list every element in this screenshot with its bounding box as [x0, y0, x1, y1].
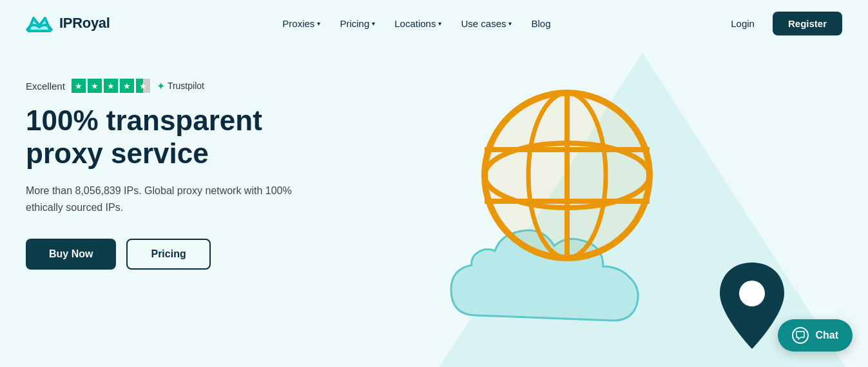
star-2: ★ [88, 79, 102, 93]
nav-pricing[interactable]: Pricing ▾ [332, 13, 383, 34]
chevron-down-icon: ▾ [317, 20, 320, 27]
trustpilot-label: Excellent [26, 81, 65, 92]
star-4: ★ [120, 79, 134, 93]
trustpilot-row: Excellent ★ ★ ★ ★ ★ ✦ Trustpilot [26, 79, 400, 93]
main-content: Excellent ★ ★ ★ ★ ★ ✦ Trustpilot 100% tr… [0, 46, 868, 367]
chevron-down-icon: ▾ [372, 20, 375, 27]
nav-use-cases[interactable]: Use cases ▾ [453, 13, 519, 34]
star-3: ★ [104, 79, 118, 93]
chat-label: Chat [815, 330, 838, 341]
buy-now-button[interactable]: Buy Now [26, 239, 116, 270]
star-half: ★ [136, 79, 150, 93]
chevron-down-icon: ▾ [508, 20, 512, 27]
hero-left: Excellent ★ ★ ★ ★ ★ ✦ Trustpilot 100% tr… [26, 72, 400, 270]
nav-locations[interactable]: Locations ▾ [387, 13, 449, 34]
nav-right: Login Register [723, 12, 842, 35]
login-button[interactable]: Login [723, 13, 762, 34]
star-1: ★ [72, 79, 86, 93]
trustpilot-star-icon: ✦ [157, 80, 165, 92]
hero-illustration [400, 72, 842, 367]
navbar: IPRoyal Proxies ▾ Pricing ▾ Locations ▾ … [0, 0, 868, 46]
hero-subtitle: More than 8,056,839 IPs. Global proxy ne… [26, 183, 322, 215]
cta-buttons: Buy Now Pricing [26, 239, 400, 270]
register-button[interactable]: Register [773, 12, 842, 35]
message-icon [796, 331, 805, 340]
nav-links: Proxies ▾ Pricing ▾ Locations ▾ Use case… [275, 13, 558, 34]
brand-name: IPRoyal [59, 15, 110, 32]
trustpilot-brand: ✦ Trustpilot [157, 80, 204, 92]
nav-blog[interactable]: Blog [523, 13, 558, 34]
globe-icon [477, 85, 657, 266]
chat-icon [792, 327, 809, 344]
hero-title: 100% transparent proxy service [26, 104, 335, 170]
logo-icon [26, 13, 53, 34]
chat-button[interactable]: Chat [778, 319, 853, 352]
svg-point-9 [739, 281, 765, 306]
svg-point-8 [485, 93, 650, 258]
trustpilot-stars: ★ ★ ★ ★ ★ [72, 79, 150, 93]
logo[interactable]: IPRoyal [26, 13, 110, 34]
chevron-down-icon: ▾ [438, 20, 441, 27]
nav-proxies[interactable]: Proxies ▾ [275, 13, 328, 34]
pricing-button[interactable]: Pricing [126, 239, 210, 270]
